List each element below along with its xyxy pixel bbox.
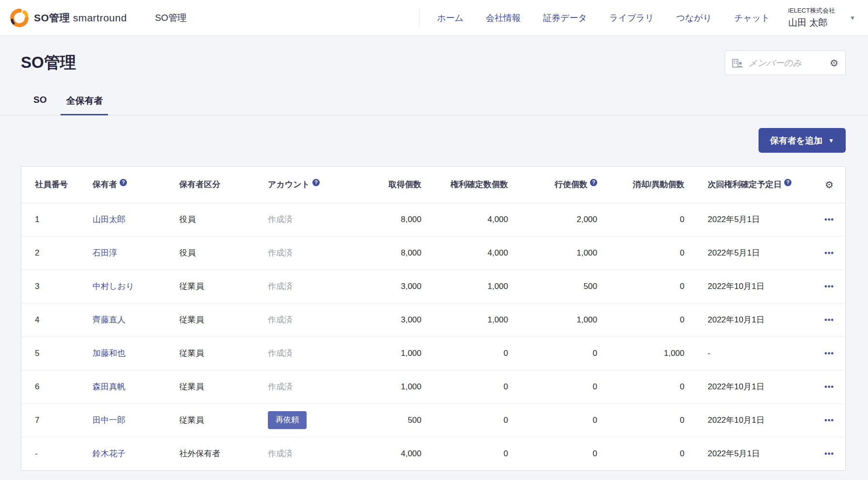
help-icon[interactable]: ? xyxy=(590,179,597,186)
row-actions-button[interactable]: ••• xyxy=(821,280,838,293)
holder-link[interactable]: 森田真帆 xyxy=(93,382,125,391)
top-bar: SO管理 smartround SO管理 ホーム 会社情報 証券データ ライブラ… xyxy=(0,0,868,36)
exercised-count-cell: 0 xyxy=(522,336,611,370)
acquired-count-cell: 8,000 xyxy=(360,203,435,236)
tab-all-holders[interactable]: 全保有者 xyxy=(61,88,108,115)
vested-count-cell: 0 xyxy=(435,336,522,370)
row-actions-button[interactable]: ••• xyxy=(821,381,838,393)
column-header-exercised: 行使個数? xyxy=(522,167,611,203)
exercised-count-cell: 2,000 xyxy=(522,203,611,236)
holder-category-cell: 従業員 xyxy=(166,270,254,303)
holder-link[interactable]: 田中一郎 xyxy=(93,416,125,425)
column-header-cancelled: 消却/異動個数 xyxy=(611,167,698,203)
holder-category-cell: 従業員 xyxy=(166,403,254,437)
column-header-holder: 保有者? xyxy=(79,167,166,203)
holder-link[interactable]: 中村しおり xyxy=(93,282,134,291)
vested-count-cell: 1,000 xyxy=(435,303,522,336)
help-icon[interactable]: ? xyxy=(312,179,320,186)
holder-link[interactable]: 鈴木花子 xyxy=(93,449,125,458)
account-status: 作成済 xyxy=(268,449,293,458)
smartround-logo-icon xyxy=(10,8,29,28)
row-actions-button[interactable]: ••• xyxy=(821,414,838,427)
table-row: - 鈴木花子 社外保有者 作成済 4,000 0 0 0 2022年5月1日 •… xyxy=(21,437,846,470)
exercised-count-cell: 1,000 xyxy=(522,303,611,336)
row-actions-button[interactable]: ••• xyxy=(821,213,838,226)
acquired-count-cell: 3,000 xyxy=(360,303,435,336)
table-row: 7 田中一郎 従業員 再依頼 500 0 0 0 2022年10月1日 ••• xyxy=(21,403,846,437)
cancelled-count-cell: 0 xyxy=(611,303,698,336)
row-actions-button[interactable]: ••• xyxy=(821,347,838,360)
exercised-count-cell: 0 xyxy=(522,403,611,437)
next-vesting-date-cell: 2022年10月1日 xyxy=(698,303,812,336)
account-status[interactable]: 再依頼 xyxy=(268,411,307,429)
tab-so[interactable]: SO xyxy=(28,88,52,115)
column-header-vested: 権利確定数個数 xyxy=(435,167,522,203)
exercised-count-cell: 0 xyxy=(522,370,611,403)
row-actions-button[interactable]: ••• xyxy=(821,247,838,259)
nav-item-chat[interactable]: チャット xyxy=(734,12,770,24)
table-row: 2 石田淳 役員 作成済 8,000 4,000 1,000 0 2022年5月… xyxy=(21,236,846,270)
help-icon[interactable]: ? xyxy=(120,179,127,186)
employee-number-cell: - xyxy=(21,437,79,470)
holders-table-body: 1 山田太郎 役員 作成済 8,000 4,000 2,000 0 2022年5… xyxy=(21,203,846,470)
add-holder-button[interactable]: 保有者を追加 ▼ xyxy=(759,128,846,153)
account-status: 作成済 xyxy=(268,349,293,358)
acquired-count-cell: 8,000 xyxy=(360,236,435,270)
column-header-account: アカウント? xyxy=(254,167,360,203)
nav-item-securities-data[interactable]: 証券データ xyxy=(543,12,587,24)
cancelled-count-cell: 0 xyxy=(611,437,698,470)
cancelled-count-cell: 0 xyxy=(611,270,698,303)
holder-link[interactable]: 齊藤直人 xyxy=(93,315,125,324)
vested-count-cell: 1,000 xyxy=(435,270,522,303)
row-actions-button[interactable]: ••• xyxy=(821,314,838,326)
help-icon[interactable]: ? xyxy=(784,179,791,186)
company-name: iELECT株式会社 xyxy=(788,6,835,15)
holder-category-cell: 社外保有者 xyxy=(166,437,254,470)
holder-link[interactable]: 加藤和也 xyxy=(93,349,125,358)
chevron-down-icon: ▼ xyxy=(850,15,855,21)
column-header-acquired: 取得個数 xyxy=(360,167,435,203)
cancelled-count-cell: 0 xyxy=(611,403,698,437)
app-logo[interactable]: SO管理 smartround xyxy=(10,8,127,28)
table-row: 1 山田太郎 役員 作成済 8,000 4,000 2,000 0 2022年5… xyxy=(21,203,846,236)
acquired-count-cell: 1,000 xyxy=(360,370,435,403)
employee-number-cell: 7 xyxy=(21,403,79,437)
cancelled-count-cell: 0 xyxy=(611,370,698,403)
member-filter[interactable]: メンバーのみ ⚙ xyxy=(725,50,846,75)
nav-item-company-info[interactable]: 会社情報 xyxy=(486,12,521,24)
next-vesting-date-cell: - xyxy=(698,336,812,370)
acquired-count-cell: 3,000 xyxy=(360,270,435,303)
vested-count-cell: 0 xyxy=(435,403,522,437)
employee-number-cell: 6 xyxy=(21,370,79,403)
employee-number-cell: 3 xyxy=(21,270,79,303)
column-header-next-vesting-date: 次回権利確定予定日? xyxy=(698,167,812,203)
row-actions-button[interactable]: ••• xyxy=(821,448,838,460)
acquired-count-cell: 4,000 xyxy=(360,437,435,470)
holder-link[interactable]: 石田淳 xyxy=(93,248,117,257)
nav-item-connections[interactable]: つながり xyxy=(676,12,712,24)
cancelled-count-cell: 1,000 xyxy=(611,336,698,370)
cancelled-count-cell: 0 xyxy=(611,236,698,270)
account-status: 作成済 xyxy=(268,382,293,391)
nav-item-home[interactable]: ホーム xyxy=(437,12,464,24)
user-menu[interactable]: iELECT株式会社 山田 太郎 ▼ xyxy=(788,6,855,29)
next-vesting-date-cell: 2022年5月1日 xyxy=(698,437,812,470)
holder-category-cell: 従業員 xyxy=(166,336,254,370)
vested-count-cell: 4,000 xyxy=(435,203,522,236)
filter-settings-gear-icon[interactable]: ⚙ xyxy=(830,57,838,69)
table-row: 6 森田真帆 従業員 作成済 1,000 0 0 0 2022年10月1日 ••… xyxy=(21,370,846,403)
next-vesting-date-cell: 2022年10月1日 xyxy=(698,403,812,437)
vested-count-cell: 4,000 xyxy=(435,236,522,270)
acquired-count-cell: 1,000 xyxy=(360,336,435,370)
employee-number-cell: 4 xyxy=(21,303,79,336)
holder-link[interactable]: 山田太郎 xyxy=(93,215,125,224)
next-vesting-date-cell: 2022年5月1日 xyxy=(698,203,812,236)
brand-text: SO管理 smartround xyxy=(34,11,127,25)
table-settings-gear-icon[interactable]: ⚙ xyxy=(825,179,834,191)
nav-item-library[interactable]: ライブラリ xyxy=(609,12,654,24)
exercised-count-cell: 0 xyxy=(522,437,611,470)
holder-category-cell: 役員 xyxy=(166,203,254,236)
table-row: 5 加藤和也 従業員 作成済 1,000 0 0 1,000 - ••• xyxy=(21,336,846,370)
acquired-count-cell: 500 xyxy=(360,403,435,437)
vested-count-cell: 0 xyxy=(435,370,522,403)
